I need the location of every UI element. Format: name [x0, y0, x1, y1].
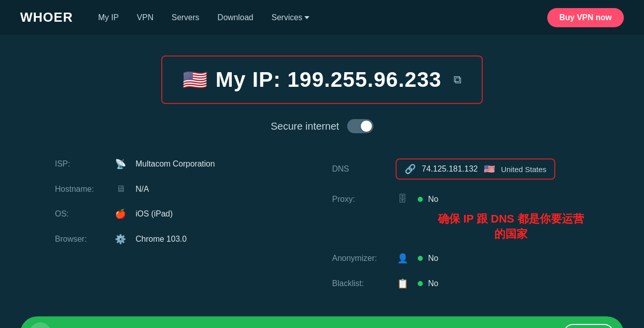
ip-text: My IP: 199.255.96.233	[216, 68, 441, 92]
proxy-value: No	[418, 195, 438, 204]
browser-icon: ⚙️	[113, 234, 127, 245]
proxy-icon: 🗄	[396, 194, 410, 204]
hostname-row: Hostname: 🖥 N/A	[45, 177, 322, 201]
secure-internet-row: Secure internet	[271, 119, 373, 133]
dns-country: United States	[501, 165, 546, 174]
dns-value-box: 🔗 74.125.181.132 🇺🇸 United States	[396, 158, 555, 180]
anonymizer-row: Anonymizer: 👤 No	[322, 246, 599, 271]
proxy-row: Proxy: 🗄 No	[322, 187, 599, 211]
info-right-column: DNS 🔗 74.125.181.132 🇺🇸 United States Pr…	[322, 151, 599, 296]
more-button[interactable]: More	[563, 324, 614, 328]
dns-label: DNS	[332, 165, 388, 174]
ip-country-flag: 🇺🇸	[182, 68, 208, 92]
hostname-value: N/A	[136, 185, 149, 194]
ip-display-box: 🇺🇸 My IP: 199.255.96.233 ⧉	[161, 56, 483, 104]
nav-vpn[interactable]: VPN	[137, 13, 154, 22]
blacklist-status-dot	[418, 281, 423, 286]
info-left-column: ISP: 📡 Multacom Corporation Hostname: 🖥 …	[45, 151, 322, 296]
secure-internet-toggle[interactable]	[347, 119, 373, 133]
anonymizer-status-dot	[418, 256, 423, 261]
buy-vpn-button[interactable]: Buy VPN now	[547, 8, 624, 27]
nav-servers[interactable]: Servers	[171, 13, 199, 22]
shield-icon-wrap: 🛡	[29, 322, 51, 328]
browser-row: Browser: ⚙️ Chrome 103.0	[45, 227, 322, 252]
anonymizer-label: Anonymizer:	[332, 254, 388, 263]
proxy-label: Proxy:	[332, 195, 388, 204]
wifi-icon: 📡	[113, 158, 127, 170]
dns-network-icon: 🔗	[405, 163, 416, 175]
ip-prefix: My IP:	[216, 68, 281, 91]
dns-ip: 74.125.181.132	[422, 165, 478, 174]
annotation-text: 确保 IP 跟 DNS 都是你要运营的国家	[332, 211, 589, 242]
navbar: WHOER My IP VPN Servers Download Service…	[0, 0, 644, 35]
dns-flag: 🇺🇸	[484, 163, 495, 175]
os-row: OS: 🍎 iOS (iPad)	[45, 201, 322, 227]
blacklist-row: Blacklist: 📋 No	[322, 271, 599, 296]
os-value: iOS (iPad)	[136, 209, 173, 218]
blacklist-icon: 📋	[396, 278, 410, 289]
annotation-row: 确保 IP 跟 DNS 都是你要运营的国家	[322, 211, 599, 246]
nav-links: My IP VPN Servers Download Services	[98, 13, 547, 22]
toggle-knob	[361, 121, 372, 132]
isp-row: ISP: 📡 Multacom Corporation	[45, 151, 322, 177]
os-label: OS:	[55, 209, 105, 218]
browser-value: Chrome 103.0	[136, 235, 186, 244]
main-content: 🇺🇸 My IP: 199.255.96.233 ⧉ Secure intern…	[0, 35, 644, 328]
info-grid: ISP: 📡 Multacom Corporation Hostname: 🖥 …	[45, 151, 599, 296]
proxy-status-dot	[418, 197, 423, 202]
blacklist-value: No	[418, 279, 438, 288]
browser-label: Browser:	[55, 235, 105, 244]
disguise-bar: 🛡 Your disguise: 90% Minor remarks regar…	[20, 316, 624, 328]
chevron-down-icon	[304, 16, 309, 19]
monitor-icon: 🖥	[113, 184, 127, 194]
isp-value: Multacom Corporation	[136, 159, 215, 169]
nav-services-label: Services	[272, 13, 302, 22]
isp-label: ISP:	[55, 159, 105, 169]
ip-address: 199.255.96.233	[287, 68, 441, 91]
site-logo[interactable]: WHOER	[20, 10, 73, 25]
blacklist-label: Blacklist:	[332, 279, 388, 288]
apple-icon: 🍎	[113, 208, 127, 220]
copy-icon[interactable]: ⧉	[454, 73, 462, 86]
dns-row: DNS 🔗 74.125.181.132 🇺🇸 United States	[322, 151, 599, 187]
nav-services[interactable]: Services	[272, 13, 309, 22]
nav-my-ip[interactable]: My IP	[98, 13, 119, 22]
anonymizer-value: No	[418, 254, 438, 263]
anonymizer-icon: 👤	[396, 253, 410, 264]
nav-download[interactable]: Download	[218, 13, 253, 22]
hostname-label: Hostname:	[55, 185, 105, 194]
secure-internet-label: Secure internet	[271, 121, 339, 132]
